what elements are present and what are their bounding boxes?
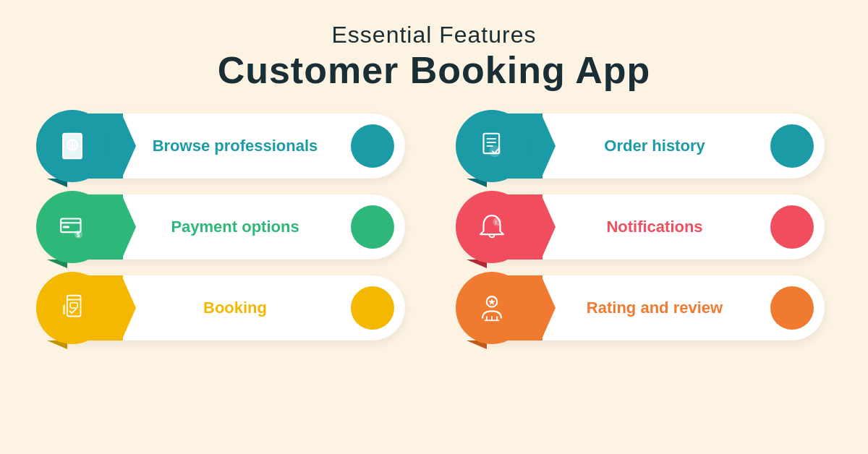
svg-rect-20: [70, 303, 77, 308]
header-subtitle: Essential Features: [218, 22, 651, 48]
bell-icon: !: [456, 191, 528, 263]
svg-point-10: [490, 146, 500, 156]
feature-label-notifications: Notifications: [546, 218, 763, 236]
rating-icon: [456, 272, 528, 344]
card-accent: [351, 205, 394, 249]
svg-rect-18: [67, 296, 81, 317]
svg-text:!: !: [495, 219, 497, 226]
feature-label-payment-options: Payment options: [127, 218, 344, 236]
svg-text:$: $: [77, 231, 80, 239]
feature-label-order-history: Order history: [546, 137, 763, 155]
feature-card-payment-options: $ Payment options: [43, 194, 405, 260]
feature-label-booking: Booking: [127, 299, 344, 317]
feature-card-rating-review: Rating and review: [463, 275, 825, 340]
browse-icon: [36, 110, 109, 182]
order-icon: [456, 110, 528, 182]
feature-label-browse-professionals: Browse professionals: [127, 137, 344, 155]
feature-card-browse-professionals: Browse professionals: [43, 113, 405, 179]
feature-card-booking: Booking: [43, 275, 405, 340]
card-accent: [770, 205, 814, 249]
card-accent: [770, 286, 814, 330]
svg-point-16: [493, 218, 501, 226]
feature-label-rating-review: Rating and review: [546, 299, 763, 317]
card-accent: [770, 124, 814, 168]
page-header: Essential Features Customer Booking App: [218, 22, 651, 92]
svg-rect-11: [61, 219, 80, 233]
features-grid: Browse professionals Order history $ Pay…: [43, 113, 825, 340]
card-accent: [351, 286, 394, 330]
feature-card-order-history: Order history: [463, 113, 825, 179]
feature-card-notifications: ! Notifications: [463, 194, 825, 260]
payment-icon: $: [36, 191, 109, 263]
svg-rect-13: [63, 226, 69, 228]
card-accent: [351, 124, 394, 168]
header-title: Customer Booking App: [218, 48, 651, 92]
booking-icon: [36, 272, 109, 344]
